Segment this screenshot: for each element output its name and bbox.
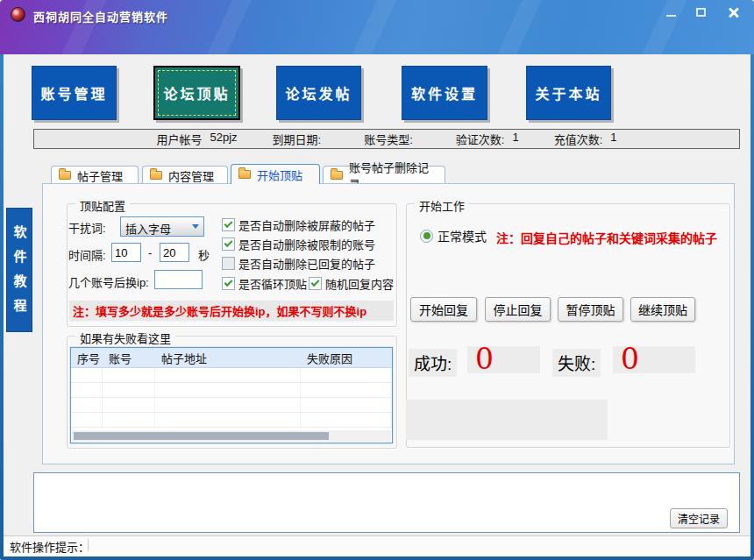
radio-label: 正常模式: [437, 227, 487, 245]
work-placeholder-area: [406, 400, 608, 440]
checkbox-label: 是否自动删除被限制的账号: [238, 236, 375, 252]
tab-label: 开始顶贴: [257, 167, 302, 183]
interval-label: 时间隔:: [68, 246, 106, 263]
app-body: 账号管理 论坛顶贴 论坛发帖 软件设置 关于本站 用户帐号52pjz 到期日期:…: [4, 54, 750, 535]
tab-panel: 帖子管理 内容管理 开始顶贴 账号帖子删除记录 顶贴配置 干扰词:: [42, 164, 735, 464]
checkbox-label: 是否循环顶贴: [238, 275, 307, 292]
checkbox-random-reply-content[interactable]: 随机回复内容: [309, 275, 394, 292]
ip-note-text: 注：填写多少就是多少账号后开始换ip，如果不写则不换ip: [69, 301, 394, 321]
group-title: 开始工作: [415, 197, 469, 214]
nav-button-forum-post[interactable]: 论坛发帖: [276, 66, 361, 120]
account-info-bar: 用户帐号52pjz 到期日期: 账号类型: 验证次数:1 充值次数:1: [33, 129, 740, 149]
close-button[interactable]: [724, 5, 743, 19]
nav-button-forum-bump[interactable]: 论坛顶贴: [153, 66, 240, 120]
status-bar: 软件操作提示：: [4, 535, 750, 556]
checkbox-label: 是否自动删除已回复的帖子: [238, 255, 375, 272]
interval-from-input[interactable]: [111, 243, 141, 262]
tab-content-manage[interactable]: 内容管理: [142, 166, 228, 184]
start-reply-button[interactable]: 开始回复: [410, 297, 477, 322]
expire-date: 到期日期:: [273, 131, 330, 147]
tab-post-manage[interactable]: 帖子管理: [51, 166, 139, 184]
tab-account-post-delete-record[interactable]: 账号帖子删除记录: [323, 166, 445, 184]
interfere-word-dropdown[interactable]: 插入字母: [120, 216, 204, 237]
maximize-button[interactable]: [691, 5, 710, 19]
folder-icon: [150, 171, 162, 180]
fail-label: 失败:: [552, 349, 601, 377]
table-header-row: 序号 账号 帖子地址 失败原因: [71, 348, 392, 368]
success-label: 成功:: [409, 349, 457, 377]
column-header-account: 账号: [103, 348, 155, 367]
folder-icon: [331, 171, 343, 180]
column-header-index: 序号: [71, 348, 103, 367]
table-row: [71, 413, 392, 428]
dropdown-value: 插入字母: [121, 217, 188, 236]
software-tutorial-button[interactable]: 软件教程: [6, 208, 32, 332]
chevron-down-icon: [188, 217, 203, 236]
nav-button-about-site[interactable]: 关于本站: [526, 66, 611, 120]
clear-records-button[interactable]: 清空记录: [670, 508, 728, 528]
fail-counter: 0: [613, 346, 695, 373]
tab-label: 帖子管理: [77, 167, 123, 184]
folder-icon: [238, 170, 251, 179]
tab-label: 内容管理: [168, 167, 214, 184]
ip-switch-label: 几个账号后换ip:: [68, 273, 149, 290]
stop-reply-button[interactable]: 停止回复: [485, 297, 551, 322]
tab-start-bump[interactable]: 开始顶贴: [231, 164, 320, 184]
checkbox-icon: [222, 277, 235, 290]
maximize-icon: [696, 8, 706, 17]
success-count: 0: [475, 346, 494, 372]
tab-body: 顶贴配置 干扰词: 插入字母 时间隔: - 秒 几个账号后换ip: 是否自动删除…: [42, 183, 735, 464]
minimize-button[interactable]: [661, 5, 680, 19]
column-header-fail-reason: 失败原因: [301, 348, 392, 367]
column-header-post-url: 帖子地址: [155, 348, 301, 367]
group-title: 如果有失败看这里: [75, 330, 175, 346]
verify-count: 验证次数:1: [456, 131, 519, 147]
status-divider: [88, 539, 89, 551]
interval-to-input[interactable]: [160, 243, 189, 262]
table-row: [71, 368, 392, 383]
checkbox-icon: [222, 218, 235, 231]
user-account: 用户帐号52pjz: [156, 131, 237, 147]
continue-bump-button[interactable]: 继续顶贴: [630, 297, 695, 322]
account-type: 账号类型:: [364, 131, 421, 147]
scrollbar-thumb[interactable]: [74, 432, 329, 440]
log-output-panel[interactable]: 清空记录: [33, 472, 740, 533]
interval-dash: -: [148, 246, 152, 259]
recharge-count: 充值次数:1: [554, 131, 617, 147]
close-icon: [728, 6, 740, 18]
app-icon: [11, 7, 25, 22]
normal-mode-radio[interactable]: 正常模式: [420, 227, 487, 245]
minimize-icon: [666, 15, 676, 17]
title-bar: 西祠胡同全自动营销软件: [0, 0, 754, 54]
app-window: 西祠胡同全自动营销软件 账号管理 论坛顶贴 论坛发帖 软件设置 关于本站 用户帐…: [0, 0, 754, 560]
table-row: [71, 398, 392, 413]
nav-button-software-settings[interactable]: 软件设置: [402, 66, 487, 120]
checkbox-delete-blocked-posts[interactable]: 是否自动删除被屏蔽的帖子: [222, 216, 375, 233]
table-row: [71, 383, 392, 398]
checkbox-icon: [309, 277, 322, 290]
checkbox-icon: [222, 237, 235, 251]
success-counter: 0: [467, 346, 540, 373]
app-title: 西祠胡同全自动营销软件: [33, 8, 168, 25]
failure-table: 序号 账号 帖子地址 失败原因: [70, 347, 393, 443]
checkbox-delete-replied-posts[interactable]: 是否自动删除已回复的帖子: [222, 255, 375, 272]
nav-button-account-manage[interactable]: 账号管理: [32, 66, 117, 120]
checkbox-delete-restricted-accounts[interactable]: 是否自动删除被限制的账号: [222, 236, 375, 252]
work-note-text: 注：回复自己的帖子和关键词采集的帖子: [496, 229, 717, 246]
checkbox-label: 随机回复内容: [325, 275, 394, 292]
radio-icon: [420, 230, 433, 243]
checkbox-loop-bump[interactable]: 是否循环顶贴: [222, 275, 307, 292]
interfere-word-label: 干扰词:: [68, 219, 106, 236]
status-hint-label: 软件操作提示：: [4, 538, 89, 555]
pause-bump-button[interactable]: 暂停顶贴: [558, 297, 623, 322]
interval-unit-label: 秒: [198, 246, 210, 263]
checkbox-icon: [222, 257, 235, 270]
checkbox-label: 是否自动删除被屏蔽的帖子: [238, 216, 375, 233]
fail-count: 0: [621, 346, 639, 372]
folder-icon: [59, 171, 71, 180]
horizontal-scrollbar[interactable]: [72, 430, 391, 442]
ip-switch-input[interactable]: [154, 270, 203, 289]
group-title: 顶贴配置: [75, 197, 130, 214]
